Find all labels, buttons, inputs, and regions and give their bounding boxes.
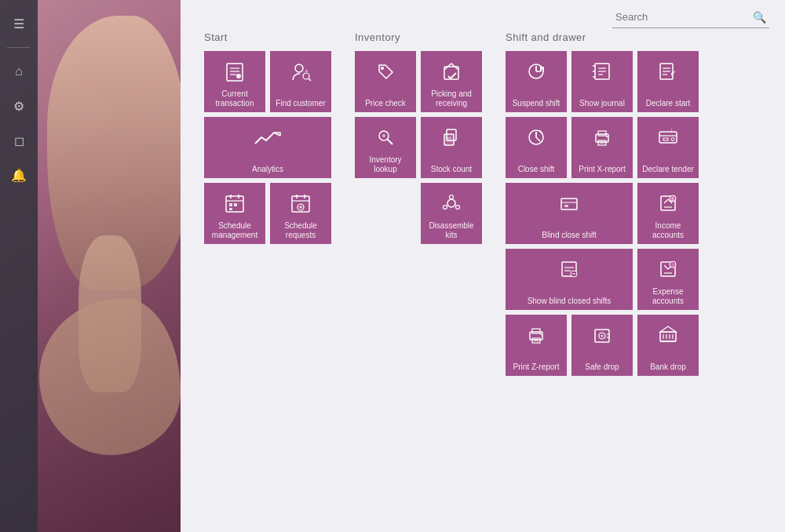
show-journal-icon: [591, 60, 613, 86]
svg-line-57: [536, 137, 540, 141]
svg-line-7: [309, 78, 311, 81]
tile-show-blind-closed[interactable]: Show blind closed shifts: [506, 249, 633, 310]
tile-declare-tender[interactable]: ↑ Declare tender: [637, 117, 699, 178]
tile-bank-drop[interactable]: Bank drop: [637, 315, 699, 376]
tile-disassemble-kits[interactable]: Disassemble kits: [421, 183, 482, 244]
expense-accounts-icon: ↑: [657, 258, 679, 283]
tile-print-z-report-label: Print Z-report: [509, 363, 564, 372]
svg-point-32: [447, 199, 455, 207]
schedule-requests-icon: [290, 192, 312, 217]
svg-rect-66: [663, 138, 668, 140]
find-customer-icon: +: [289, 60, 312, 87]
tile-declare-start[interactable]: Declare start: [637, 51, 699, 112]
tile-suspend-shift-label: Suspend shift: [509, 99, 564, 108]
svg-rect-15: [229, 208, 232, 210]
tile-suspend-shift[interactable]: Suspend shift: [506, 51, 567, 112]
tile-inventory-lookup[interactable]: Inventory lookup: [355, 117, 416, 178]
svg-point-96: [601, 335, 604, 337]
disassemble-kits-icon: [440, 192, 462, 217]
tile-stock-count[interactable]: Stock count: [421, 117, 482, 178]
schedule-management-icon: [224, 192, 246, 217]
declare-start-icon: [657, 60, 679, 86]
blind-close-shift-icon: [558, 192, 580, 217]
tile-find-customer-label: Find customer: [273, 99, 328, 108]
hamburger-icon[interactable]: ☰: [5, 9, 33, 38]
tile-current-transaction[interactable]: Current transaction: [204, 51, 265, 112]
tile-schedule-requests[interactable]: Schedule requests: [270, 183, 331, 244]
tile-blind-close-shift-label: Blind close shift: [509, 231, 630, 240]
tile-schedule-requests-label: Schedule requests: [273, 221, 328, 240]
tile-disassemble-kits-label: Disassemble kits: [424, 221, 479, 240]
tile-schedule-management-label: Schedule management: [207, 221, 262, 240]
tile-picking-receiving[interactable]: Picking and receiving: [421, 51, 482, 112]
picking-receiving-icon: [440, 60, 462, 86]
tile-declare-start-label: Declare start: [641, 99, 696, 108]
tile-expense-accounts[interactable]: ↑ Expense accounts: [637, 249, 699, 310]
tile-inventory-lookup-label: Inventory lookup: [358, 155, 413, 174]
tile-expense-accounts-label: Expense accounts: [641, 287, 696, 306]
svg-point-4: [236, 74, 241, 78]
tile-show-journal-label: Show journal: [575, 99, 630, 108]
svg-line-84: [664, 265, 668, 269]
svg-text:↑: ↑: [672, 262, 675, 268]
tile-analytics-label: Analytics: [207, 165, 328, 174]
tile-price-check-label: Price check: [358, 99, 413, 108]
inventory-tiles-grid: Price check Picking and receiving: [355, 51, 482, 244]
search-bar: 🔍: [612, 6, 769, 28]
home-icon[interactable]: ⌂: [5, 57, 33, 86]
tile-picking-receiving-label: Picking and receiving: [424, 89, 479, 108]
svg-rect-13: [229, 203, 232, 206]
tile-close-shift-label: Close shift: [509, 165, 564, 174]
safe-drop-icon: [591, 324, 613, 349]
section-start-title: Start: [204, 31, 331, 43]
tile-schedule-management[interactable]: Schedule management: [204, 183, 265, 244]
tile-bank-drop-label: Bank drop: [641, 363, 696, 372]
svg-line-38: [447, 206, 447, 206]
tile-safe-drop-label: Safe drop: [575, 363, 630, 372]
tile-print-x-report[interactable]: Print X-report: [571, 117, 633, 178]
print-z-report-icon: [525, 324, 547, 349]
tile-find-customer[interactable]: + Find customer: [270, 51, 331, 112]
svg-point-35: [444, 206, 447, 210]
tile-current-transaction-label: Current transaction: [207, 89, 262, 108]
show-blind-closed-icon: [558, 258, 580, 283]
tile-income-accounts[interactable]: $ Income accounts: [637, 183, 699, 244]
svg-line-73: [664, 199, 668, 203]
stock-count-icon: [440, 126, 462, 151]
tile-print-z-report[interactable]: Print Z-report: [506, 315, 567, 376]
svg-point-33: [450, 195, 454, 199]
sidebar: ☰ ⌂ ⚙ ◻ 🔔: [0, 0, 38, 532]
tile-print-x-report-label: Print X-report: [575, 165, 630, 174]
svg-line-37: [455, 206, 456, 206]
suspend-shift-icon: [525, 60, 547, 86]
person-icon[interactable]: ◻: [5, 126, 33, 155]
svg-point-67: [671, 138, 674, 141]
print-x-report-icon: [591, 126, 613, 151]
svg-rect-64: [659, 132, 677, 143]
tile-show-blind-closed-label: Show blind closed shifts: [509, 297, 630, 306]
tile-close-shift[interactable]: Close shift: [506, 117, 567, 178]
bell-icon[interactable]: 🔔: [5, 161, 33, 189]
svg-rect-69: [561, 199, 577, 210]
tile-blind-close-shift[interactable]: Blind close shift: [506, 183, 633, 244]
search-input[interactable]: [612, 6, 769, 28]
svg-rect-90: [532, 329, 540, 333]
section-inventory: Inventory Price check: [355, 31, 482, 376]
settings-icon[interactable]: ⚙: [5, 92, 33, 120]
tile-price-check[interactable]: Price check: [355, 51, 416, 112]
svg-point-27: [382, 134, 385, 137]
tile-analytics[interactable]: Analytics: [204, 117, 331, 178]
sidebar-divider: [7, 47, 31, 48]
svg-rect-29: [444, 134, 454, 145]
svg-rect-99: [660, 332, 676, 341]
sections-container: Start Current transaction: [204, 31, 769, 376]
tile-safe-drop[interactable]: Safe drop: [571, 315, 633, 376]
tile-stock-count-label: Stock count: [424, 165, 479, 174]
svg-point-23: [381, 67, 384, 70]
svg-text:+: +: [305, 67, 309, 75]
tile-show-journal[interactable]: Show journal: [571, 51, 633, 112]
svg-marker-100: [660, 326, 676, 332]
svg-rect-60: [598, 131, 606, 136]
search-icon[interactable]: 🔍: [753, 11, 766, 24]
main-content: 🔍 Start Current transacti: [181, 0, 785, 532]
